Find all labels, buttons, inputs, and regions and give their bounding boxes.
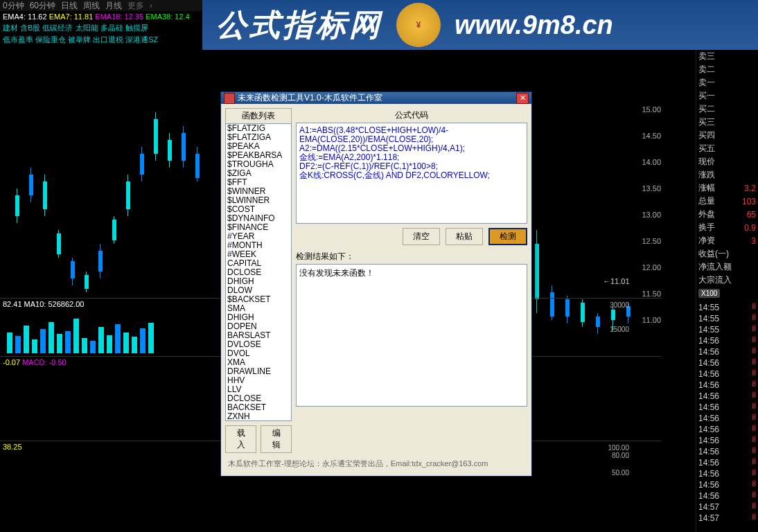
edit-button[interactable]: 编辑 bbox=[261, 425, 292, 453]
quote-value: 65 bbox=[747, 210, 756, 220]
tab-month[interactable]: 月线 bbox=[105, 0, 122, 12]
time-row: 14:568 bbox=[696, 402, 758, 414]
ema38-label: EMA38: 12.4 bbox=[146, 12, 190, 21]
quote-row: 总量103 bbox=[696, 195, 758, 208]
quote-label: 外盘 bbox=[698, 209, 715, 220]
future-function-dialog: 未来函数检测工具V1.0-木瓜软件工作室 ✕ 函数列表 $FLATZIG$FLA… bbox=[220, 91, 532, 477]
dialog-titlebar[interactable]: 未来函数检测工具V1.0-木瓜软件工作室 ✕ bbox=[221, 92, 531, 104]
quote-value: 103 bbox=[742, 197, 756, 206]
quote-row: 卖一 bbox=[696, 76, 758, 89]
paste-button[interactable]: 粘贴 bbox=[446, 228, 483, 245]
function-list-header: 函数列表 bbox=[225, 108, 292, 123]
dialog-title: 未来函数检测工具V1.0-木瓜软件工作室 bbox=[238, 92, 382, 104]
sub3-yaxis: 100.00 80.00 50.00 bbox=[608, 444, 629, 477]
quote-row: 外盘65 bbox=[696, 208, 758, 221]
quote-label: 现价 bbox=[698, 156, 715, 168]
time-row: 14:568 bbox=[696, 480, 758, 491]
ema18-label: EMA18: 12.35 bbox=[95, 12, 143, 21]
function-item[interactable]: ZXNH bbox=[226, 412, 291, 421]
site-banner: 公式指标网 ¥ www.9m8.cn bbox=[202, 0, 758, 50]
quote-row: 卖三 bbox=[696, 50, 758, 63]
tab-day[interactable]: 日线 bbox=[61, 0, 78, 12]
result-textarea[interactable]: 没有发现未来函数！ bbox=[296, 264, 527, 407]
quote-row: 涨跌 bbox=[696, 168, 758, 181]
quote-row: 现价 bbox=[696, 155, 758, 168]
quote-value: 3.2 bbox=[744, 184, 756, 193]
quote-row: 买四 bbox=[696, 129, 758, 142]
ema4-label: EMA4: 11.62 bbox=[3, 12, 47, 21]
quote-row: 净流入额 bbox=[696, 260, 758, 274]
quote-label: 卖三 bbox=[698, 51, 715, 62]
quote-row: 大宗流入 bbox=[696, 274, 758, 287]
close-button[interactable]: ✕ bbox=[516, 93, 529, 104]
banner-title: 公式指标网 bbox=[216, 5, 382, 46]
quote-label: 买五 bbox=[698, 143, 715, 154]
app-icon bbox=[224, 93, 235, 104]
quote-row: 涨幅3.2 bbox=[696, 181, 758, 195]
detect-button[interactable]: 检测 bbox=[488, 228, 527, 245]
quote-label: 净流入额 bbox=[698, 261, 732, 273]
time-row: 14:568 bbox=[696, 425, 758, 436]
data-label-11: ←11.01 bbox=[603, 277, 630, 285]
time-row: 14:558 bbox=[696, 314, 758, 325]
time-row: 14:558 bbox=[696, 325, 758, 336]
quote-panel: 卖三卖二卖一买一买二买三买四买五现价涨跌涨幅3.2总量103外盘65换手0.9净… bbox=[696, 50, 758, 532]
quote-row: 买五 bbox=[696, 142, 758, 155]
time-row: 14:568 bbox=[696, 358, 758, 369]
close-icon: ✕ bbox=[520, 94, 526, 103]
quote-row: 净资3 bbox=[696, 234, 758, 247]
formula-code-header: 公式代码 bbox=[296, 108, 527, 123]
time-row: 14:568 bbox=[696, 380, 758, 391]
dialog-footer: 木瓜软件工作室-理想论坛：永乐通宝荣誉出品，Email:tdx_cracker@… bbox=[225, 453, 527, 472]
x100-badge: X100 bbox=[698, 289, 720, 298]
banner-url: www.9m8.cn bbox=[455, 10, 613, 40]
quote-label: 买二 bbox=[698, 103, 715, 115]
time-row: 14:568 bbox=[696, 469, 758, 480]
quote-label: 大宗流入 bbox=[698, 274, 732, 286]
tab-week[interactable]: 周线 bbox=[83, 0, 100, 12]
quote-row: 买三 bbox=[696, 116, 758, 129]
time-row: 14:578 bbox=[696, 513, 758, 524]
load-button[interactable]: 载入 bbox=[225, 425, 256, 453]
function-listbox[interactable]: $FLATZIG$FLATZIGA$PEAKA$PEAKBARSA$TROUGH… bbox=[225, 123, 292, 421]
formula-code-textarea[interactable]: A1:=ABS((3.48*CLOSE+HIGH+LOW)/4-EMA(CLOS… bbox=[296, 123, 527, 224]
banner-logo-icon: ¥ bbox=[396, 3, 441, 47]
quote-value: 0.9 bbox=[744, 223, 756, 233]
time-row: 14:568 bbox=[696, 491, 758, 502]
tab-60min[interactable]: 60分钟 bbox=[30, 0, 55, 12]
quote-label: 涨跌 bbox=[698, 169, 715, 181]
ema7-label: EMA7: 11.81 bbox=[49, 12, 94, 21]
quote-label: 收益(一) bbox=[698, 248, 729, 260]
quote-label: 换手 bbox=[698, 222, 715, 233]
quote-row: 卖二 bbox=[696, 63, 758, 76]
time-row: 14:568 bbox=[696, 347, 758, 358]
tab-more[interactable]: 更多 bbox=[127, 0, 144, 12]
quote-label: 买三 bbox=[698, 116, 715, 128]
time-row: 14:568 bbox=[696, 391, 758, 402]
time-row: 14:568 bbox=[696, 336, 758, 347]
result-label: 检测结果如下： bbox=[296, 249, 527, 264]
quote-row: 收益(一) bbox=[696, 247, 758, 260]
quote-label: 净资 bbox=[698, 235, 715, 247]
time-row: 14:568 bbox=[696, 447, 758, 458]
quote-row: 换手0.9 bbox=[696, 221, 758, 234]
chevron-right-icon: › bbox=[150, 1, 152, 10]
quote-row: 买一 bbox=[696, 89, 758, 103]
quote-label: 买四 bbox=[698, 130, 715, 141]
time-row: 14:568 bbox=[696, 458, 758, 469]
time-row: 14:558 bbox=[696, 303, 758, 314]
time-row: 14:568 bbox=[696, 436, 758, 447]
quote-label: 买一 bbox=[698, 90, 715, 102]
time-row: 14:578 bbox=[696, 502, 758, 513]
time-row: 14:568 bbox=[696, 369, 758, 380]
time-sales-list: 14:55814:55814:55814:56814:56814:56814:5… bbox=[696, 300, 758, 524]
quote-label: 总量 bbox=[698, 195, 715, 207]
tab-0min[interactable]: 0分钟 bbox=[3, 0, 24, 12]
quote-value: 3 bbox=[751, 236, 756, 246]
clear-button[interactable]: 清空 bbox=[403, 228, 440, 245]
time-row: 14:568 bbox=[696, 414, 758, 425]
quote-label: 卖二 bbox=[698, 64, 715, 76]
quote-label: 卖一 bbox=[698, 77, 715, 89]
quote-row: 买二 bbox=[696, 103, 758, 116]
quote-label: 涨幅 bbox=[698, 182, 715, 194]
